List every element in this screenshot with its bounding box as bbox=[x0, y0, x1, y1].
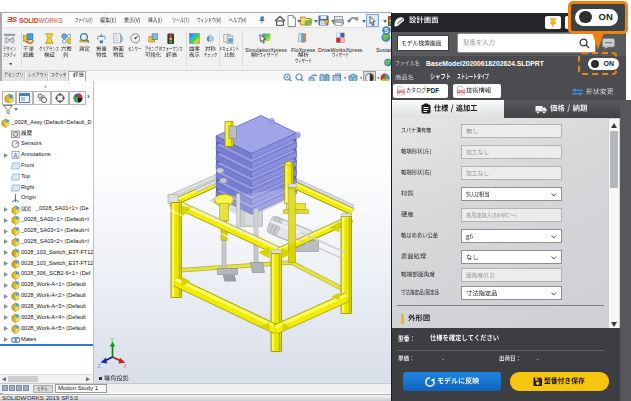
svg-text:X: X bbox=[124, 363, 128, 369]
svg-text:PDF: PDF bbox=[458, 90, 464, 94]
svg-text:PDF: PDF bbox=[398, 90, 404, 94]
svg-text:Y: Y bbox=[110, 337, 114, 343]
svg-text:Z: Z bbox=[98, 363, 101, 369]
